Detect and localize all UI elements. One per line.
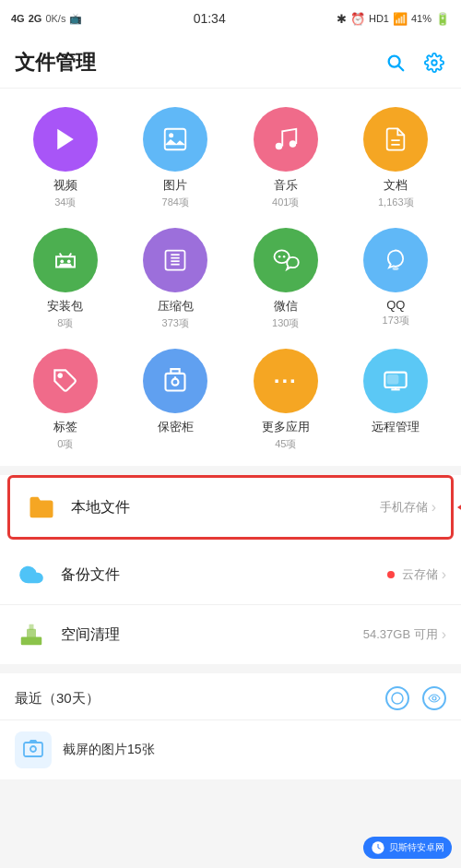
- svg-point-7: [290, 140, 297, 148]
- folder-icon: [25, 491, 58, 524]
- status-time: 01:34: [194, 11, 226, 26]
- app-item-remote[interactable]: 远程管理: [346, 349, 447, 451]
- screenshot-label: 截屏的图片15张: [63, 742, 155, 758]
- svg-marker-3: [57, 129, 74, 150]
- svg-rect-30: [21, 637, 42, 646]
- app-item-zip[interactable]: 压缩包 373项: [125, 228, 227, 330]
- app-item-more[interactable]: ··· 更多应用 45项: [235, 349, 337, 451]
- app-item-wechat[interactable]: 微信 130项: [235, 228, 337, 330]
- apk-icon: [33, 228, 98, 292]
- svg-rect-35: [24, 743, 42, 756]
- tag-count: 0项: [57, 437, 73, 451]
- status-bar: 4G 2G 0K/s 📺 01:34 ✱ ⏰ HD1 📶 41% 🔋: [0, 0, 461, 37]
- recent-actions: [385, 686, 446, 710]
- svg-rect-32: [30, 624, 34, 630]
- app-item-music[interactable]: 音乐 401项: [235, 107, 337, 209]
- app-grid: 视频 34项 图片 784项 音乐: [15, 107, 446, 451]
- remote-icon: [363, 349, 428, 413]
- photo-count: 784项: [162, 196, 189, 209]
- recent-header: 最近（30天）: [0, 673, 461, 720]
- app-item-tag[interactable]: 标签 0项: [15, 349, 116, 451]
- status-left: 4G 2G 0K/s 📺: [11, 13, 82, 25]
- alarm-icon: ⏰: [350, 12, 365, 26]
- zip-icon: [143, 228, 207, 292]
- app-item-video[interactable]: 视频 34项: [15, 107, 116, 209]
- svg-point-34: [432, 696, 436, 700]
- list-view-button[interactable]: [385, 686, 409, 710]
- cloud-storage-text: 云存储: [402, 566, 438, 583]
- space-clean-item[interactable]: 空间清理 54.37GB 可用 ›: [0, 605, 461, 664]
- svg-point-11: [67, 259, 71, 263]
- apk-label: 安装包: [47, 298, 83, 315]
- signal-2g: 2G: [29, 13, 42, 24]
- doc-count: 1,163项: [378, 196, 414, 209]
- eye-button[interactable]: [422, 686, 446, 710]
- search-button[interactable]: [384, 51, 408, 75]
- app-item-photo[interactable]: 图片 784项: [125, 107, 227, 209]
- local-storage-text: 手机存储: [380, 499, 428, 516]
- zip-count: 373项: [162, 316, 189, 330]
- doc-label: 文档: [384, 177, 408, 194]
- video-label: 视频: [53, 177, 77, 194]
- backup-files-item[interactable]: 备份文件 云存储 ›: [0, 545, 461, 605]
- recent-section: 最近（30天） 截屏的图片15张: [0, 673, 461, 780]
- wechat-label: 微信: [274, 298, 298, 315]
- new-badge: [387, 571, 395, 578]
- recent-title: 最近（30天）: [15, 690, 100, 707]
- space-clean-label: 空间清理: [61, 625, 363, 645]
- svg-point-22: [58, 374, 61, 377]
- svg-point-5: [169, 133, 173, 137]
- backup-files-label: 备份文件: [61, 565, 384, 585]
- music-icon: [254, 107, 318, 172]
- tag-icon: [33, 349, 98, 413]
- app-item-qq[interactable]: QQ 173项: [346, 228, 447, 330]
- apk-count: 8项: [57, 316, 73, 330]
- watermark-icon: [371, 840, 385, 855]
- app-header: 文件管理: [0, 37, 461, 89]
- local-files-label: 本地文件: [71, 498, 380, 517]
- svg-rect-4: [165, 129, 186, 150]
- app-grid-section: 视频 34项 图片 784项 音乐: [0, 89, 461, 466]
- music-label: 音乐: [274, 177, 298, 194]
- svg-rect-14: [166, 251, 185, 270]
- battery-icon: 🔋: [435, 12, 450, 26]
- qq-label: QQ: [386, 298, 405, 312]
- app-item-apk[interactable]: 安装包 8项: [15, 228, 116, 330]
- app-item-safe[interactable]: 保密柜: [125, 349, 227, 451]
- wechat-count: 130项: [272, 316, 299, 330]
- svg-rect-31: [27, 629, 36, 638]
- clean-icon: [15, 618, 48, 651]
- bluetooth-icon: ✱: [337, 12, 347, 26]
- safe-icon: [143, 349, 207, 413]
- svg-point-24: [172, 379, 179, 386]
- signal-4g: 4G: [11, 13, 25, 24]
- local-files-item[interactable]: 本地文件 手机存储 ›: [10, 478, 451, 537]
- zip-label: 压缩包: [158, 298, 194, 315]
- svg-line-1: [398, 65, 403, 70]
- svg-point-19: [278, 256, 281, 258]
- space-clean-right: 54.37GB 可用 ›: [363, 626, 446, 643]
- arrow-annotation: [457, 496, 461, 518]
- speed-indicator: 0K/s: [45, 13, 65, 24]
- more-apps-icon: ···: [254, 349, 318, 413]
- app-item-doc[interactable]: 文档 1,163项: [346, 107, 447, 209]
- hd1-label: HD1: [369, 13, 389, 24]
- settings-button[interactable]: [422, 51, 446, 75]
- chevron-right-icon: ›: [431, 499, 436, 516]
- watermark: 贝斯特安卓网: [363, 837, 452, 859]
- safe-label: 保密柜: [158, 419, 194, 435]
- watermark-text: 贝斯特安卓网: [389, 841, 444, 854]
- photo-label: 图片: [163, 177, 187, 194]
- screenshot-icon: [15, 731, 52, 768]
- doc-icon: [363, 107, 428, 172]
- photo-icon: [143, 107, 207, 172]
- tag-label: 标签: [53, 419, 77, 435]
- qq-count: 173项: [383, 314, 409, 327]
- battery-label: 41%: [411, 13, 431, 24]
- recent-file-screenshot[interactable]: 截屏的图片15张: [0, 720, 461, 780]
- more-label: 更多应用: [262, 419, 310, 435]
- cloud-icon: [15, 558, 48, 591]
- header-actions: [384, 51, 446, 75]
- more-count: 45项: [275, 437, 296, 451]
- svg-point-33: [392, 693, 403, 704]
